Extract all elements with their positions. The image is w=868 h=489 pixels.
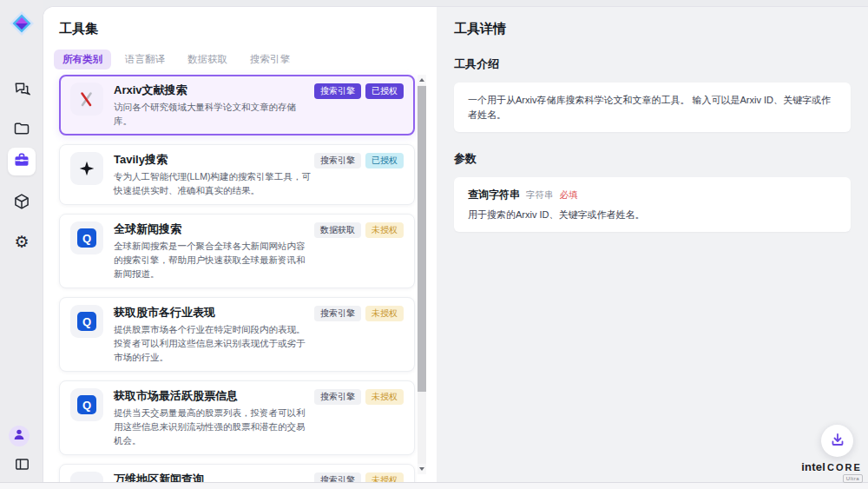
tab-search-engine[interactable]: 搜索引擎 <box>241 50 299 69</box>
param-desc: 用于搜索的Arxiv ID、关键字或作者姓名。 <box>468 208 837 221</box>
collapse-panel-icon <box>14 456 30 476</box>
auth-status-badge: 未授权 <box>365 472 404 482</box>
tool-card-desc: 访问各个研究领域大量科学论文和文章的存储库。 <box>114 100 311 128</box>
tool-card-arxiv[interactable]: Arxiv文献搜索 访问各个研究领域大量科学论文和文章的存储库。 搜索引擎 已授… <box>59 75 415 135</box>
tool-card-tavily[interactable]: Tavily搜索 专为人工智能代理(LLM)构建的搜索引擎工具，可快速提供实时、… <box>59 144 415 205</box>
tool-card-title: 获取市场最活跃股票信息 <box>114 388 311 404</box>
tool-card-sector-performance[interactable]: Q 获取股市各行业表现 提供股票市场各个行业在特定时间段内的表现。投资者可以利用… <box>59 297 415 372</box>
sidebar-item-chat[interactable] <box>8 76 36 104</box>
tool-card-title: 万维地区新闻查询 <box>114 472 311 482</box>
tool-card-badges: 搜索引擎 已授权 <box>314 83 404 99</box>
auth-status-badge: 已授权 <box>365 83 404 99</box>
card-body: 获取股市各行业表现 提供股票市场各个行业在特定时间段内的表现。投资者可以利用这些… <box>114 305 311 364</box>
category-badge: 搜索引擎 <box>314 153 361 169</box>
brand-intel-text: intel <box>801 460 825 473</box>
tool-card-global-news[interactable]: Q 全球新闻搜索 全球新闻搜索是一个聚合全球各大新闻网站内容的搜索引擎，帮助用户… <box>59 214 415 288</box>
user-avatar-icon <box>12 427 26 445</box>
blue-search-icon: Q <box>70 388 103 421</box>
tavily-star-icon <box>70 152 103 185</box>
category-badge: 搜索引擎 <box>314 389 361 405</box>
main-surface: 工具集 所有类别 语言翻译 数据获取 搜索引擎 Arxiv文献搜索 访问各个研究… <box>43 7 868 482</box>
detail-title: 工具详情 <box>454 21 851 37</box>
card-body: Tavily搜索 专为人工智能代理(LLM)构建的搜索引擎工具，可快速提供实时、… <box>114 152 311 197</box>
tool-card-desc: 专为人工智能代理(LLM)构建的搜索引擎工具，可快速提供实时、准确和真实的结果。 <box>114 169 311 197</box>
intro-text: 一个用于从Arxiv存储库搜索科学论文和文章的工具。 输入可以是Arxiv ID… <box>468 93 837 122</box>
brand-core-text: CORE <box>827 462 862 472</box>
cube-icon <box>13 193 30 214</box>
tool-card-regional-news[interactable]: 万维地区新闻查询 查询具体行政区划内的新闻，快速了解各地新闻动 搜索引擎 未授权 <box>59 464 415 482</box>
params-heading: 参数 <box>454 151 851 167</box>
category-badge: 搜索引擎 <box>314 306 361 321</box>
category-badge: 搜索引擎 <box>314 472 361 482</box>
page-title: 工具集 <box>59 21 437 37</box>
app-logo-diamond-icon <box>9 10 35 36</box>
tool-card-badges: 数据获取 未授权 <box>314 222 404 238</box>
auth-status-badge: 未授权 <box>365 306 404 321</box>
sidebar-rail: ⚙ <box>0 0 43 482</box>
tool-card-desc: 提供当天交易量最高的股票列表，投资者可以利用这些信息来识别流动性强的股票和潜在的… <box>114 406 311 447</box>
folder-icon <box>13 120 30 141</box>
triangle-up-icon <box>419 78 424 82</box>
blue-search-glyph: Q <box>77 228 96 248</box>
intel-core-logo: intel CORE Ultra <box>800 460 863 483</box>
user-avatar[interactable] <box>9 426 30 446</box>
list-scrollbar[interactable] <box>418 75 426 474</box>
card-body: 获取市场最活跃股票信息 提供当天交易量最高的股票列表，投资者可以利用这些信息来识… <box>114 388 311 447</box>
tool-card-badges: 搜索引擎 未授权 <box>314 306 404 321</box>
intro-heading: 工具介绍 <box>454 56 851 72</box>
sidebar-item-settings[interactable]: ⚙ <box>8 228 36 255</box>
tool-card-badges: 搜索引擎 已授权 <box>314 153 404 169</box>
auth-status-badge: 未授权 <box>365 389 404 405</box>
window-bottom-strip <box>0 482 868 489</box>
toolbox-icon <box>13 151 30 172</box>
tool-list-panel: 工具集 所有类别 语言翻译 数据获取 搜索引擎 Arxiv文献搜索 访问各个研究… <box>43 7 437 482</box>
brand-ultra-badge: Ultra <box>843 474 863 483</box>
triangle-down-icon <box>419 467 424 471</box>
newspaper-icon <box>70 472 103 482</box>
tool-card-badges: 搜索引擎 未授权 <box>314 389 404 405</box>
tool-card-desc: 提供股票市场各个行业在特定时间段内的表现。投资者可以利用这些信息来识别表现优于或… <box>114 322 311 364</box>
tab-language-translation[interactable]: 语言翻译 <box>116 50 174 69</box>
tool-card-desc: 全球新闻搜索是一个聚合全球各大新闻网站内容的搜索引擎，帮助用户快速获取全球最新资… <box>114 239 311 281</box>
scrollbar-up-button[interactable] <box>418 75 426 85</box>
param-header-row: 查询字符串 字符串 必填 <box>468 188 837 202</box>
category-badge: 数据获取 <box>314 222 361 238</box>
tool-card-list: Arxiv文献搜索 访问各个研究领域大量科学论文和文章的存储库。 搜索引擎 已授… <box>59 75 415 482</box>
card-body: 全球新闻搜索 全球新闻搜索是一个聚合全球各大新闻网站内容的搜索引擎，帮助用户快速… <box>114 221 311 281</box>
tool-card-title: 全球新闻搜索 <box>114 221 311 237</box>
blue-search-glyph: Q <box>77 395 96 414</box>
gear-icon: ⚙ <box>14 234 29 250</box>
brand-text-row: intel CORE <box>801 460 862 473</box>
download-icon <box>830 432 845 451</box>
blue-search-icon: Q <box>70 305 103 338</box>
arxiv-icon <box>70 83 103 116</box>
auth-status-badge: 未授权 <box>365 222 404 238</box>
scrollbar-thumb[interactable] <box>418 86 426 392</box>
tab-all-categories[interactable]: 所有类别 <box>54 50 111 69</box>
param-box: 查询字符串 字符串 必填 用于搜索的Arxiv ID、关键字或作者姓名。 <box>454 177 851 232</box>
download-button[interactable] <box>821 425 853 457</box>
category-badge: 搜索引擎 <box>314 83 361 99</box>
card-body: 万维地区新闻查询 查询具体行政区划内的新闻，快速了解各地新闻动 <box>114 472 311 482</box>
scrollbar-down-button[interactable] <box>418 464 426 474</box>
chat-icon <box>13 80 30 101</box>
tool-card-active-stocks[interactable]: Q 获取市场最活跃股票信息 提供当天交易量最高的股票列表，投资者可以利用这些信息… <box>59 380 415 455</box>
sidebar-item-tools[interactable] <box>8 148 36 175</box>
card-body: Arxiv文献搜索 访问各个研究领域大量科学论文和文章的存储库。 <box>114 83 311 128</box>
tool-card-title: Tavily搜索 <box>114 152 311 168</box>
tool-card-badges: 搜索引擎 未授权 <box>314 472 404 482</box>
tab-data-acquisition[interactable]: 数据获取 <box>179 50 236 69</box>
auth-status-badge: 已授权 <box>365 153 404 169</box>
param-name: 查询字符串 <box>468 188 520 202</box>
tool-card-title: 获取股市各行业表现 <box>114 305 311 320</box>
sidebar-item-models[interactable] <box>8 189 36 217</box>
blue-search-glyph: Q <box>77 312 96 331</box>
blue-search-icon: Q <box>70 221 103 254</box>
tool-detail-panel: 工具详情 工具介绍 一个用于从Arxiv存储库搜索科学论文和文章的工具。 输入可… <box>437 7 868 482</box>
param-type: 字符串 <box>526 189 554 202</box>
sidebar-item-files[interactable] <box>8 116 36 144</box>
param-required-flag: 必填 <box>560 189 578 202</box>
intro-box: 一个用于从Arxiv存储库搜索科学论文和文章的工具。 输入可以是Arxiv ID… <box>454 83 851 132</box>
category-tabs: 所有类别 语言翻译 数据获取 搜索引擎 <box>54 50 437 69</box>
collapse-panel-button[interactable] <box>8 452 36 479</box>
